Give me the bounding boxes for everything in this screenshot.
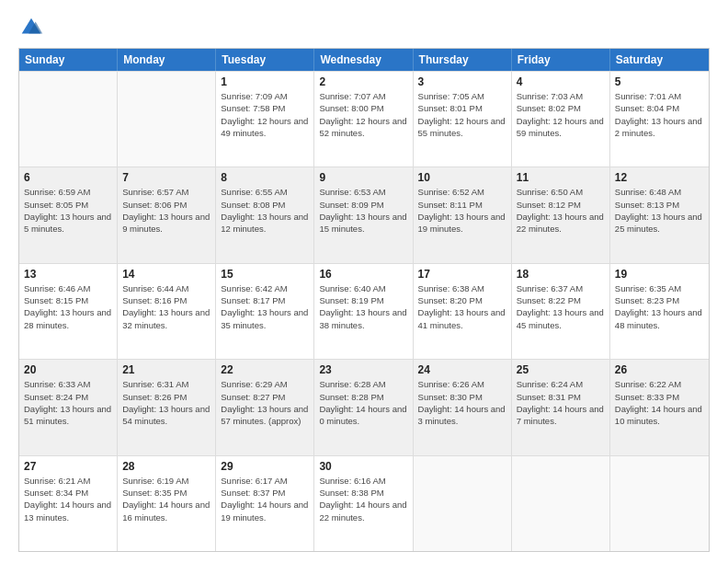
calendar-week-row: 27Sunrise: 6:21 AM Sunset: 8:34 PM Dayli… bbox=[19, 455, 709, 551]
day-number: 11 bbox=[517, 171, 605, 184]
day-number: 28 bbox=[122, 460, 210, 473]
day-info: Sunrise: 6:48 AM Sunset: 8:13 PM Dayligh… bbox=[615, 186, 704, 235]
day-number: 4 bbox=[517, 75, 605, 88]
day-number: 16 bbox=[319, 268, 407, 281]
day-number: 3 bbox=[418, 75, 506, 88]
day-number: 8 bbox=[221, 171, 309, 184]
day-number: 25 bbox=[517, 363, 605, 376]
day-info: Sunrise: 6:33 AM Sunset: 8:24 PM Dayligh… bbox=[24, 378, 112, 427]
calendar-week-row: 20Sunrise: 6:33 AM Sunset: 8:24 PM Dayli… bbox=[19, 359, 709, 454]
page: SundayMondayTuesdayWednesdayThursdayFrid… bbox=[0, 0, 728, 563]
day-number: 15 bbox=[221, 268, 309, 281]
day-number: 6 bbox=[24, 171, 112, 184]
calendar-cell: 23Sunrise: 6:28 AM Sunset: 8:28 PM Dayli… bbox=[314, 360, 413, 454]
day-number: 9 bbox=[319, 171, 407, 184]
calendar-cell: 9Sunrise: 6:53 AM Sunset: 8:09 PM Daylig… bbox=[314, 167, 413, 262]
day-number: 27 bbox=[24, 460, 112, 473]
calendar-cell: 18Sunrise: 6:37 AM Sunset: 8:22 PM Dayli… bbox=[512, 264, 610, 359]
logo-icon bbox=[18, 15, 44, 40]
day-number: 19 bbox=[615, 268, 704, 281]
day-number: 21 bbox=[122, 363, 210, 376]
day-number: 2 bbox=[319, 75, 407, 88]
calendar-cell: 22Sunrise: 6:29 AM Sunset: 8:27 PM Dayli… bbox=[216, 360, 314, 454]
calendar-week-row: 1Sunrise: 7:09 AM Sunset: 7:58 PM Daylig… bbox=[19, 71, 709, 167]
day-info: Sunrise: 6:31 AM Sunset: 8:26 PM Dayligh… bbox=[122, 378, 210, 427]
calendar-header-cell: Thursday bbox=[414, 49, 512, 71]
calendar-cell: 17Sunrise: 6:38 AM Sunset: 8:20 PM Dayli… bbox=[414, 264, 512, 359]
calendar-cell: 14Sunrise: 6:44 AM Sunset: 8:16 PM Dayli… bbox=[118, 264, 216, 359]
header bbox=[18, 15, 710, 40]
calendar-cell: 12Sunrise: 6:48 AM Sunset: 8:13 PM Dayli… bbox=[610, 167, 709, 262]
calendar-cell: 5Sunrise: 7:01 AM Sunset: 8:04 PM Daylig… bbox=[610, 72, 709, 167]
day-number: 10 bbox=[418, 171, 506, 184]
calendar-header-cell: Friday bbox=[512, 49, 610, 71]
day-info: Sunrise: 6:44 AM Sunset: 8:16 PM Dayligh… bbox=[122, 282, 210, 331]
day-info: Sunrise: 7:01 AM Sunset: 8:04 PM Dayligh… bbox=[615, 90, 704, 139]
day-number: 23 bbox=[319, 363, 407, 376]
calendar-cell: 10Sunrise: 6:52 AM Sunset: 8:11 PM Dayli… bbox=[414, 167, 512, 262]
calendar-cell: 27Sunrise: 6:21 AM Sunset: 8:34 PM Dayli… bbox=[19, 456, 118, 551]
day-number: 30 bbox=[319, 460, 407, 473]
calendar-cell: 26Sunrise: 6:22 AM Sunset: 8:33 PM Dayli… bbox=[610, 360, 709, 454]
calendar-cell: 7Sunrise: 6:57 AM Sunset: 8:06 PM Daylig… bbox=[118, 167, 216, 262]
day-info: Sunrise: 7:03 AM Sunset: 8:02 PM Dayligh… bbox=[517, 90, 605, 139]
day-number: 22 bbox=[221, 363, 309, 376]
calendar-cell bbox=[512, 456, 610, 551]
day-info: Sunrise: 6:57 AM Sunset: 8:06 PM Dayligh… bbox=[122, 186, 210, 235]
day-info: Sunrise: 6:35 AM Sunset: 8:23 PM Dayligh… bbox=[615, 282, 704, 331]
calendar-cell: 30Sunrise: 6:16 AM Sunset: 8:38 PM Dayli… bbox=[314, 456, 413, 551]
calendar-cell: 16Sunrise: 6:40 AM Sunset: 8:19 PM Dayli… bbox=[314, 264, 413, 359]
calendar-cell: 4Sunrise: 7:03 AM Sunset: 8:02 PM Daylig… bbox=[512, 72, 610, 167]
day-info: Sunrise: 6:16 AM Sunset: 8:38 PM Dayligh… bbox=[319, 475, 407, 523]
calendar-cell: 24Sunrise: 6:26 AM Sunset: 8:30 PM Dayli… bbox=[414, 360, 512, 454]
calendar-cell: 2Sunrise: 7:07 AM Sunset: 8:00 PM Daylig… bbox=[314, 72, 413, 167]
calendar-header-cell: Monday bbox=[118, 49, 216, 71]
day-info: Sunrise: 6:22 AM Sunset: 8:33 PM Dayligh… bbox=[615, 378, 704, 427]
day-number: 18 bbox=[517, 268, 605, 281]
day-info: Sunrise: 6:19 AM Sunset: 8:35 PM Dayligh… bbox=[122, 475, 210, 523]
calendar-cell: 25Sunrise: 6:24 AM Sunset: 8:31 PM Dayli… bbox=[512, 360, 610, 454]
logo bbox=[18, 15, 48, 40]
day-info: Sunrise: 7:09 AM Sunset: 7:58 PM Dayligh… bbox=[221, 90, 309, 139]
calendar-cell: 1Sunrise: 7:09 AM Sunset: 7:58 PM Daylig… bbox=[216, 72, 314, 167]
day-info: Sunrise: 6:37 AM Sunset: 8:22 PM Dayligh… bbox=[517, 282, 605, 331]
calendar-cell: 15Sunrise: 6:42 AM Sunset: 8:17 PM Dayli… bbox=[216, 264, 314, 359]
day-info: Sunrise: 7:05 AM Sunset: 8:01 PM Dayligh… bbox=[418, 90, 506, 139]
day-info: Sunrise: 6:53 AM Sunset: 8:09 PM Dayligh… bbox=[319, 186, 407, 235]
day-number: 26 bbox=[615, 363, 704, 376]
calendar-header-cell: Wednesday bbox=[314, 49, 413, 71]
calendar-cell bbox=[19, 72, 118, 167]
day-info: Sunrise: 6:24 AM Sunset: 8:31 PM Dayligh… bbox=[517, 378, 605, 427]
day-number: 20 bbox=[24, 363, 112, 376]
day-info: Sunrise: 6:55 AM Sunset: 8:08 PM Dayligh… bbox=[221, 186, 309, 235]
calendar-cell: 28Sunrise: 6:19 AM Sunset: 8:35 PM Dayli… bbox=[118, 456, 216, 551]
calendar-cell: 21Sunrise: 6:31 AM Sunset: 8:26 PM Dayli… bbox=[118, 360, 216, 454]
day-number: 1 bbox=[221, 75, 309, 88]
day-number: 12 bbox=[615, 171, 704, 184]
day-number: 29 bbox=[221, 460, 309, 473]
calendar-cell bbox=[414, 456, 512, 551]
calendar-header-cell: Tuesday bbox=[216, 49, 314, 71]
calendar-cell: 11Sunrise: 6:50 AM Sunset: 8:12 PM Dayli… bbox=[512, 167, 610, 262]
day-info: Sunrise: 6:59 AM Sunset: 8:05 PM Dayligh… bbox=[24, 186, 112, 235]
calendar-cell: 6Sunrise: 6:59 AM Sunset: 8:05 PM Daylig… bbox=[19, 167, 118, 262]
calendar-cell bbox=[610, 456, 709, 551]
day-number: 14 bbox=[122, 268, 210, 281]
day-info: Sunrise: 6:38 AM Sunset: 8:20 PM Dayligh… bbox=[418, 282, 506, 331]
calendar-week-row: 13Sunrise: 6:46 AM Sunset: 8:15 PM Dayli… bbox=[19, 263, 709, 359]
calendar-header-row: SundayMondayTuesdayWednesdayThursdayFrid… bbox=[19, 49, 709, 71]
calendar-cell: 3Sunrise: 7:05 AM Sunset: 8:01 PM Daylig… bbox=[414, 72, 512, 167]
day-info: Sunrise: 6:26 AM Sunset: 8:30 PM Dayligh… bbox=[418, 378, 506, 427]
day-info: Sunrise: 6:46 AM Sunset: 8:15 PM Dayligh… bbox=[24, 282, 112, 331]
day-number: 7 bbox=[122, 171, 210, 184]
day-number: 13 bbox=[24, 268, 112, 281]
day-info: Sunrise: 6:42 AM Sunset: 8:17 PM Dayligh… bbox=[221, 282, 309, 331]
calendar-cell: 20Sunrise: 6:33 AM Sunset: 8:24 PM Dayli… bbox=[19, 360, 118, 454]
day-info: Sunrise: 6:21 AM Sunset: 8:34 PM Dayligh… bbox=[24, 475, 112, 523]
day-number: 17 bbox=[418, 268, 506, 281]
day-info: Sunrise: 6:50 AM Sunset: 8:12 PM Dayligh… bbox=[517, 186, 605, 235]
day-number: 5 bbox=[615, 75, 704, 88]
day-info: Sunrise: 7:07 AM Sunset: 8:00 PM Dayligh… bbox=[319, 90, 407, 139]
calendar-cell bbox=[118, 72, 216, 167]
calendar-cell: 8Sunrise: 6:55 AM Sunset: 8:08 PM Daylig… bbox=[216, 167, 314, 262]
